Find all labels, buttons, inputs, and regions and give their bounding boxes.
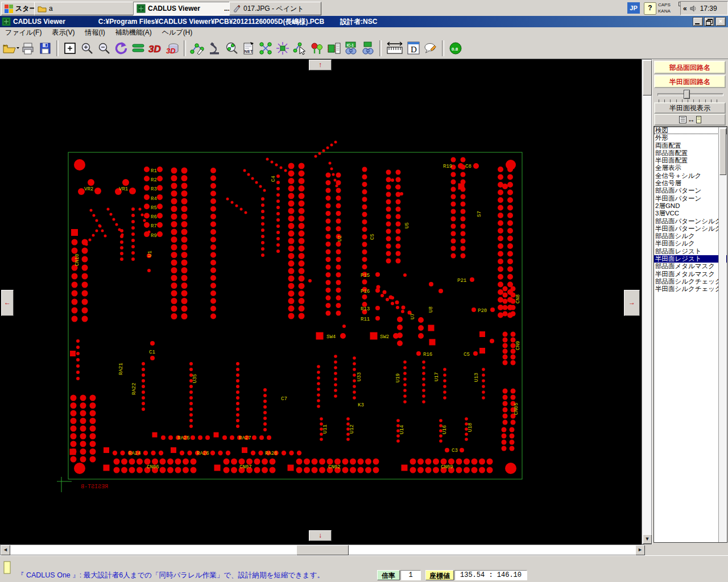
detail-d-button[interactable]: D (405, 40, 422, 57)
menu-item-4[interactable]: ヘルプ(H) (157, 27, 198, 38)
tray-expand-icon[interactable]: « (683, 5, 687, 13)
scale-value: 1 (400, 570, 421, 580)
task-label: a (49, 5, 53, 13)
layer-item-20[interactable]: 部品面シルクチェック (654, 278, 727, 285)
ime-indicator[interactable]: JP (627, 2, 640, 14)
layer-item-13[interactable]: 半田面パターンシルク (654, 225, 727, 232)
net-list-button[interactable]: NET (240, 40, 257, 57)
layer-item-4[interactable]: 半田面配置 (654, 157, 727, 164)
svg-text:U14: U14 (399, 425, 405, 434)
zoom-in-button[interactable] (78, 40, 96, 57)
menu-item-2[interactable]: 情報(I) (80, 27, 110, 38)
view-3d-button[interactable]: 3D (147, 40, 164, 57)
vscroll-down-arrow[interactable]: ▼ (643, 534, 652, 544)
vertical-scrollbar[interactable]: ▼ (642, 59, 652, 544)
layer-item-5[interactable]: 全層表示 (654, 164, 727, 172)
line-width-button[interactable]: 0.8 (447, 40, 464, 57)
task-button-cadlus[interactable]: CADLUS Viewer ... (133, 2, 233, 15)
print-button[interactable] (19, 40, 36, 57)
net-edit-button[interactable] (189, 40, 206, 57)
pan-down-button[interactable]: ↓ (309, 530, 332, 541)
save-button[interactable] (36, 40, 53, 57)
net-cross-button[interactable] (257, 40, 274, 57)
solder-circuit-name-button[interactable]: 半田面回路名 (654, 75, 726, 88)
pan-left-button[interactable]: ← (1, 290, 14, 316)
windows-logo-icon (5, 5, 13, 13)
net-select-button[interactable] (291, 40, 308, 57)
menu-item-1[interactable]: 表示(V) (47, 27, 80, 38)
layer-display-button[interactable] (130, 40, 147, 57)
layer-listbox[interactable]: 検図外形両面配置部品面配置半田面配置全層表示全信号＋シルク全信号層部品面パターン… (653, 126, 727, 543)
open-folder-button[interactable] (2, 40, 19, 57)
layer-list-scrollbar[interactable] (718, 127, 726, 543)
layer-item-7[interactable]: 全信号層 (654, 180, 727, 187)
layer-item-17[interactable]: 半田面レジスト (654, 255, 727, 263)
task-button-folder-a[interactable]: a (34, 2, 136, 15)
zoom-window-button[interactable] (61, 40, 78, 57)
layer-item-11[interactable]: 3層VCC (654, 210, 727, 217)
inspect-microscope-button[interactable] (206, 40, 223, 57)
clock[interactable]: 17:39 (700, 5, 717, 13)
pcb-board: VR2VR1R1R2R3R4R5R6R7R9CN10U1C4U2C5U5S7R1… (0, 59, 642, 544)
hscroll-right-arrow[interactable]: ► (635, 545, 645, 555)
layer-sidebar: 部品面回路名 半田面回路名 半田面視表示 ↔ 検図外形両面配置部品面配置半田面配… (652, 59, 728, 544)
horizontal-scrollbar[interactable]: ◄ ► (0, 544, 644, 555)
measure-button[interactable] (384, 40, 405, 57)
layer-item-3[interactable]: 部品面配置 (654, 149, 727, 157)
svg-text:P15: P15 (361, 273, 370, 278)
layer-item-2[interactable]: 両面配置 (654, 142, 727, 149)
board-3d-button[interactable]: 3D (164, 40, 181, 57)
pan-up-button[interactable]: ↑ (309, 60, 332, 70)
pan-right-button[interactable]: → (624, 290, 640, 316)
layer-item-16[interactable]: 部品面レジスト (654, 248, 727, 255)
hscroll-left-arrow[interactable]: ◄ (1, 545, 10, 555)
hscroll-thumb[interactable] (296, 545, 349, 555)
redraw-button[interactable] (113, 40, 130, 57)
layer-item-21[interactable]: 半田面シルクチェック (654, 285, 727, 293)
minimize-button[interactable] (693, 17, 703, 26)
task-button-paint[interactable]: 017.JPG - ペイント (229, 2, 321, 15)
ime-help-icon[interactable]: ? (644, 2, 656, 15)
layer-item-15[interactable]: 半田面シルク (654, 240, 727, 247)
menu-item-3[interactable]: 補助機能(A) (110, 27, 157, 38)
svg-text:U1: U1 (147, 251, 153, 257)
zoom-out-button[interactable] (96, 40, 113, 57)
part-highlight-button[interactable] (274, 40, 291, 57)
layer-item-18[interactable]: 部品面メタルマスク (654, 263, 727, 270)
layer-item-12[interactable]: 部品面パターンシルク (654, 218, 727, 225)
pcb-canvas[interactable]: VR2VR1R1R2R3R4R5R6R7R9CN10U1C4U2C5U5S7R1… (0, 59, 642, 544)
svg-text:CN05: CN05 (514, 402, 519, 415)
layer-item-1[interactable]: 外形 (654, 134, 727, 142)
layer-swap-button[interactable]: ↔ (654, 114, 726, 126)
svg-text:R2: R2 (151, 177, 157, 183)
layer-item-19[interactable]: 半田面メタルマスク (654, 271, 727, 278)
menu-item-0[interactable]: ファイル(F) (0, 27, 47, 38)
layer-item-10[interactable]: 2層GND (654, 202, 727, 210)
start-button[interactable]: スタート (1, 2, 39, 15)
svg-text:R1: R1 (151, 168, 157, 174)
vscroll-thumb[interactable] (643, 60, 652, 95)
part-list-button[interactable] (325, 40, 342, 57)
part-search-button[interactable] (359, 40, 377, 57)
close-button[interactable]: × (715, 17, 726, 26)
slider-thumb[interactable] (684, 90, 690, 99)
svg-text:R9: R9 (151, 233, 157, 239)
via-check-button[interactable] (308, 40, 325, 57)
solder-side-view-button[interactable]: 半田面視表示 (654, 102, 726, 114)
layer-scroll-thumb[interactable] (719, 128, 726, 175)
transparency-slider[interactable] (654, 89, 726, 103)
svg-text:C5: C5 (464, 352, 470, 357)
layer-item-8[interactable]: 部品面パターン (654, 187, 727, 194)
layer-item-6[interactable]: 全信号＋シルク (654, 172, 727, 180)
ic-search-button[interactable]: IC-1 (342, 40, 359, 57)
top-circuit-name-button[interactable]: 部品面回路名 (654, 61, 726, 74)
layer-item-9[interactable]: 半田面パターン (654, 195, 727, 202)
layer-item-14[interactable]: 部品面シルク (654, 232, 727, 240)
net-zoom-button[interactable] (223, 40, 240, 57)
layer-item-0[interactable]: 検図 (654, 127, 727, 134)
restore-button[interactable] (704, 17, 714, 26)
svg-text:C3: C3 (452, 448, 458, 454)
comment-button[interactable] (422, 40, 439, 57)
svg-text:R19: R19 (443, 164, 452, 169)
volume-icon[interactable] (690, 5, 697, 12)
